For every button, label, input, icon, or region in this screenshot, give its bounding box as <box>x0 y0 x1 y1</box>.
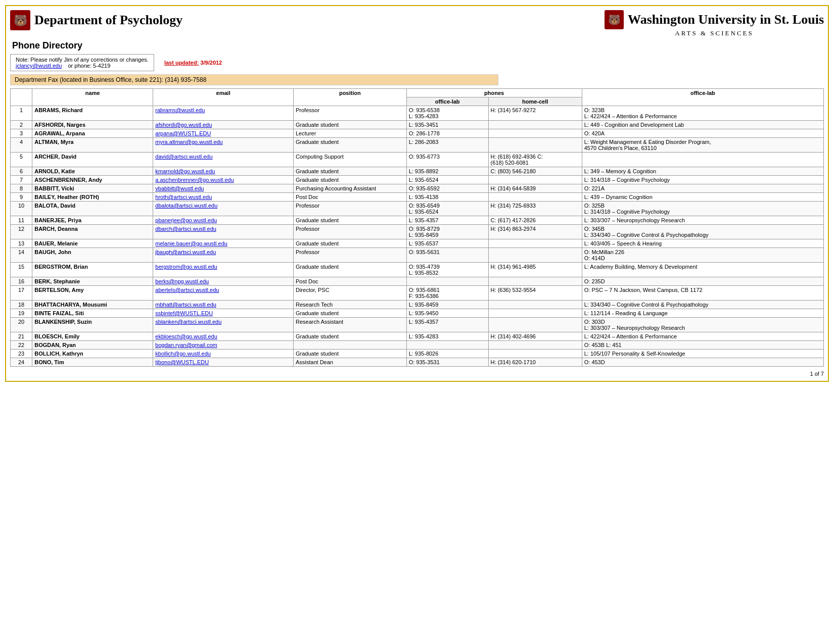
row-email[interactable]: jbaugh@artsci.wustl.edu <box>153 248 294 263</box>
row-email[interactable]: sblanken@artsci.wustl.edu <box>153 318 294 332</box>
email-link[interactable]: myra.altman@go.wustl.edu <box>155 139 222 145</box>
email-link[interactable]: berks@npg.wustl.edu <box>155 278 209 284</box>
table-row: 21BLOESCH, Emilyekbloesch@go.wustl.eduGr… <box>11 332 824 341</box>
email-link[interactable]: arpana@WUSTL.EDU <box>155 130 211 136</box>
row-home-cell: H: (636) 532-9554 <box>488 286 582 301</box>
row-name: BOGDAN, Ryan <box>32 341 153 350</box>
row-position <box>293 341 406 350</box>
email-link[interactable]: pbanerjee@go.wustl.edu <box>155 217 217 223</box>
row-name: ABRAMS, Richard <box>32 106 153 121</box>
email-link[interactable]: hroth@artsci.wustl.edu <box>155 194 212 200</box>
row-email[interactable]: bergstrom@go.wustl.edu <box>153 263 294 277</box>
row-email[interactable]: vbabbitt@wustl.edu <box>153 184 294 193</box>
row-email[interactable]: mbhatt@artsci.wustl.edu <box>153 301 294 309</box>
fax-bar: Department Fax (located in Business Offi… <box>10 74 498 85</box>
email-link[interactable]: vbabbitt@wustl.edu <box>155 185 204 191</box>
row-num: 20 <box>11 318 32 332</box>
row-position: Professor <box>293 248 406 263</box>
row-email[interactable]: abertels@artsci.wustl.edu <box>153 286 294 301</box>
row-email[interactable]: pbanerjee@go.wustl.edu <box>153 216 294 225</box>
email-link[interactable]: rabrams@wustl.edu <box>155 107 205 113</box>
email-link[interactable]: tjbono@WUSTL.EDU <box>155 359 209 365</box>
row-office-phone: O: 286-1778 <box>406 129 488 138</box>
row-office-phone: O: 935-6773 <box>406 153 488 167</box>
row-email[interactable]: ssbintef@WUSTL.EDU <box>153 309 294 318</box>
row-position: Professor <box>293 202 406 216</box>
email-link[interactable]: afshordi@go.wustl.edu <box>155 122 212 128</box>
row-email[interactable]: hroth@artsci.wustl.edu <box>153 193 294 202</box>
directory-table: name email position phones office-lab of… <box>10 88 824 367</box>
row-email[interactable]: dbarch@artsci.wustl.edu <box>153 225 294 239</box>
col-home-cell-header: home-cell <box>488 97 582 106</box>
row-email[interactable]: melanie.bauer@go.wustl.edu <box>153 239 294 248</box>
email-link[interactable]: bogdan.ryan@gmail.com <box>155 342 217 348</box>
email-link[interactable]: a.aschenbrenner@go.wustl.edu <box>155 177 234 183</box>
table-row: 1ABRAMS, Richardrabrams@wustl.eduProfess… <box>11 106 824 121</box>
email-link[interactable]: david@artsci.wustl.edu <box>155 154 212 160</box>
table-row: 18BHATTACHARYA, Mousumimbhatt@artsci.wus… <box>11 301 824 309</box>
row-email[interactable]: rabrams@wustl.edu <box>153 106 294 121</box>
note-contact: jclancy@wustl.edu or phone: 5-4219 <box>16 63 149 69</box>
row-name: ARNOLD, Katie <box>32 167 153 176</box>
row-home-cell: C: (617) 417-2826 <box>488 216 582 225</box>
row-office-phone: O: 935-4739 L: 935-8532 <box>406 263 488 277</box>
row-home-cell <box>488 277 582 286</box>
table-row: 22BOGDAN, Ryanbogdan.ryan@gmail.comO: 45… <box>11 341 824 350</box>
email-link[interactable]: jbaugh@artsci.wustl.edu <box>155 249 216 255</box>
row-office-lab: L: 334/340 – Cognitive Control & Psychop… <box>582 301 823 309</box>
row-home-cell <box>488 176 582 184</box>
table-row: 13BAUER, Melaniemelanie.bauer@go.wustl.e… <box>11 239 824 248</box>
row-email[interactable]: bogdan.ryan@gmail.com <box>153 341 294 350</box>
email-link[interactable]: kbollich@go.wustl.edu <box>155 351 211 357</box>
row-email[interactable]: arpana@WUSTL.EDU <box>153 129 294 138</box>
row-name: ASCHENBRENNER, Andy <box>32 176 153 184</box>
email-link[interactable]: kmarnold@go.wustl.edu <box>155 168 215 174</box>
row-office-phone: O: 935-6861 F: 935-6386 <box>406 286 488 301</box>
email-link[interactable]: dbarch@artsci.wustl.edu <box>155 226 216 232</box>
row-name: BAUGH, John <box>32 248 153 263</box>
row-num: 8 <box>11 184 32 193</box>
email-link[interactable]: sblanken@artsci.wustl.edu <box>155 319 221 325</box>
email-link[interactable]: ssbintef@WUSTL.EDU <box>155 310 213 316</box>
col-office-phone-header: office-lab <box>406 97 488 106</box>
row-num: 4 <box>11 138 32 153</box>
row-office-lab: O: 221A <box>582 184 823 193</box>
email-link[interactable]: ekbloesch@go.wustl.edu <box>155 333 217 339</box>
table-row: 16BERK, Stephanieberks@npg.wustl.eduPost… <box>11 277 824 286</box>
row-num: 23 <box>11 350 32 358</box>
note-email-link[interactable]: jclancy@wustl.edu <box>16 63 62 69</box>
row-office-lab <box>582 153 823 167</box>
email-link[interactable]: bergstrom@go.wustl.edu <box>155 264 217 270</box>
row-office-lab: O: 323B L: 422/424 – Attention & Perform… <box>582 106 823 121</box>
row-email[interactable]: tjbono@WUSTL.EDU <box>153 358 294 367</box>
row-email[interactable]: a.aschenbrenner@go.wustl.edu <box>153 176 294 184</box>
row-position: Graduate student <box>293 263 406 277</box>
row-office-phone: L: 935-8026 <box>406 350 488 358</box>
row-email[interactable]: david@artsci.wustl.edu <box>153 153 294 167</box>
row-email[interactable]: myra.altman@go.wustl.edu <box>153 138 294 153</box>
row-office-lab: L: Weight Management & Eating Disorder P… <box>582 138 823 153</box>
row-email[interactable]: afshordi@go.wustl.edu <box>153 121 294 129</box>
table-row: 4ALTMAN, Myramyra.altman@go.wustl.eduGra… <box>11 138 824 153</box>
row-office-lab: O: PSC – 7 N Jackson, West Campus, CB 11… <box>582 286 823 301</box>
row-home-cell: H: (314) 725-6933 <box>488 202 582 216</box>
row-email[interactable]: kmarnold@go.wustl.edu <box>153 167 294 176</box>
row-email[interactable]: berks@npg.wustl.edu <box>153 277 294 286</box>
email-link[interactable]: mbhatt@artsci.wustl.edu <box>155 302 216 308</box>
row-home-cell: H: (314) 863-2974 <box>488 225 582 239</box>
table-row: 5ARCHER, Daviddavid@artsci.wustl.eduComp… <box>11 153 824 167</box>
row-office-lab: O: 453B L: 451 <box>582 341 823 350</box>
email-link[interactable]: dbalota@artsci.wustl.edu <box>155 203 217 209</box>
row-email[interactable]: ekbloesch@go.wustl.edu <box>153 332 294 341</box>
row-office-lab: L: 112/114 - Reading & Language <box>582 309 823 318</box>
row-email[interactable]: dbalota@artsci.wustl.edu <box>153 202 294 216</box>
page-container: 🐻 Department of Psychology 🐻 Washington … <box>5 5 829 382</box>
row-email[interactable]: kbollich@go.wustl.edu <box>153 350 294 358</box>
row-num: 19 <box>11 309 32 318</box>
email-link[interactable]: melanie.bauer@go.wustl.edu <box>155 240 227 246</box>
dept-logo-icon: 🐻 <box>10 10 30 30</box>
row-num: 3 <box>11 129 32 138</box>
row-home-cell: H: (618) 692-4936 C: (618) 520-6081 <box>488 153 582 167</box>
row-num: 1 <box>11 106 32 121</box>
email-link[interactable]: abertels@artsci.wustl.edu <box>155 287 219 293</box>
